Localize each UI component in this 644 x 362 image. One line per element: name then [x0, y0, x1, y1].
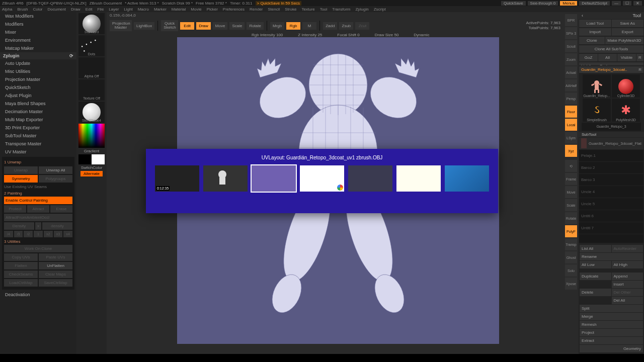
menu-item[interactable]: Marker	[154, 7, 167, 12]
menu-item[interactable]: Render	[250, 7, 263, 12]
quicksave-button[interactable]: QuickSave	[501, 1, 526, 6]
lsym-button[interactable]: LSym	[565, 132, 577, 144]
alt-tab-thumb[interactable]	[396, 165, 441, 192]
goz-r-button[interactable]: R	[636, 54, 643, 61]
bpr-button[interactable]: BPR	[565, 14, 577, 26]
density-div2[interactable]: /2	[24, 231, 33, 237]
merge-button[interactable]: Merge	[580, 313, 643, 320]
zplugin-header[interactable]: Zplugin⟳	[0, 52, 76, 59]
aahalf-button[interactable]: AAHalf	[565, 79, 577, 92]
polyf-button[interactable]: PolyF	[565, 225, 577, 237]
export-button[interactable]: Export	[612, 28, 644, 36]
erase-button[interactable]: Erase	[50, 205, 72, 213]
checkseams-button[interactable]: CheckSeams	[4, 270, 38, 278]
deactivation-item[interactable]: Deactivation	[0, 291, 76, 299]
copy-uvs-button[interactable]: Copy UVs	[4, 253, 38, 261]
menu-item[interactable]: Stroke	[285, 7, 296, 12]
lightbox-tools-button[interactable]: Lightbox › Tools	[579, 62, 643, 65]
scroll-button[interactable]: Scroll	[565, 40, 577, 52]
plugin-item[interactable]: 3D Print Exporter	[0, 124, 76, 132]
subtool-row[interactable]: Guardin_Retopo_3dcoat_Flat	[579, 138, 643, 150]
goz-visible-button[interactable]: Visible	[617, 54, 636, 61]
make-polymesh-button[interactable]: Make PolyMesh3D	[605, 37, 643, 44]
rgb-intensity-slider[interactable]: Rgb Intensity 100	[252, 33, 283, 37]
menu-item[interactable]: Zscript	[374, 7, 386, 12]
swatches[interactable]	[78, 154, 105, 164]
list-all-button[interactable]: List All	[580, 245, 611, 252]
density-button[interactable]: Density	[4, 222, 34, 230]
left-item[interactable]: Modifiers	[0, 20, 76, 28]
attract-ambient-button[interactable]: AttractFromAmbientOccl	[4, 214, 72, 221]
left-item[interactable]: Environment	[0, 36, 76, 44]
collapse-icon[interactable]: ⟳	[69, 53, 73, 58]
vscale-button[interactable]: Scale	[565, 199, 577, 211]
subtool-header[interactable]: SubTool	[579, 132, 644, 137]
insert-button[interactable]: Insert	[612, 281, 643, 288]
extract-button[interactable]: Extract	[580, 337, 643, 344]
all-high-button[interactable]: All High	[612, 261, 643, 268]
swatch-black[interactable]	[78, 154, 92, 164]
menu-item[interactable]: Layer	[109, 7, 119, 12]
zoom-button[interactable]: Zoom	[565, 53, 577, 65]
menu-item[interactable]: Stencil	[268, 7, 280, 12]
plugin-item[interactable]: Maya Blend Shapes	[0, 100, 76, 108]
menu-item[interactable]: Transform	[332, 7, 350, 12]
density-div4[interactable]: /4	[4, 231, 13, 237]
spix-button[interactable]: SPix 3	[565, 27, 577, 39]
del-all-button[interactable]: Del All	[612, 297, 643, 304]
density-x4[interactable]: x4	[63, 231, 72, 237]
density-value[interactable]: density	[42, 222, 72, 230]
window-max-icon[interactable]: ☐	[623, 1, 631, 6]
remesh-button[interactable]: Remesh	[580, 321, 643, 328]
menus-button[interactable]: Menus	[560, 1, 577, 6]
delete-button[interactable]: Delete	[580, 289, 611, 296]
window-close-icon[interactable]: ✕	[633, 1, 642, 6]
plugin-item[interactable]: Misc Utilities	[0, 67, 76, 75]
geometry-header[interactable]: Geometry	[580, 345, 643, 352]
left-item[interactable]: Matcap Maker	[0, 44, 76, 52]
all-low-button[interactable]: All Low	[580, 261, 611, 268]
menu-item[interactable]: Picker	[207, 7, 218, 12]
autoreorder-button[interactable]: AutoReorder	[612, 245, 643, 252]
plugin-item[interactable]: Projection Master	[0, 75, 76, 83]
menu-item[interactable]: Texture	[301, 7, 314, 12]
menu-item[interactable]: Material	[172, 7, 186, 12]
tool-item[interactable]: ઽSimpleBrush	[583, 99, 611, 122]
plugin-item[interactable]: Multi Map Exporter	[0, 116, 76, 124]
local-button[interactable]: Local	[565, 119, 577, 131]
draw-button[interactable]: Draw	[196, 22, 211, 30]
use-existing-seams[interactable]: Use Existing UV Seams	[4, 184, 72, 190]
rgb-button[interactable]: Rgb	[286, 22, 300, 30]
plugin-item[interactable]: QuickSketch	[0, 83, 76, 92]
density-x2[interactable]: x2	[44, 231, 53, 237]
xpose-button[interactable]: Xpose	[565, 278, 577, 290]
menu-item[interactable]: Document	[48, 7, 66, 12]
density-x3[interactable]: x3	[54, 231, 63, 237]
import-button[interactable]: Import	[579, 28, 611, 36]
tool-item[interactable]: Guardin_Retop...	[583, 74, 611, 98]
menu-item[interactable]: Brush	[17, 7, 28, 12]
menu-item[interactable]: Zplugin	[355, 7, 368, 12]
menu-item[interactable]: Macro	[138, 7, 149, 12]
zsub-button[interactable]: Zsub	[339, 22, 353, 30]
color-picker[interactable]	[78, 124, 105, 148]
default-zscript[interactable]: DefaultZScript	[579, 1, 610, 6]
clone-button[interactable]: Clone	[579, 37, 605, 44]
paste-uvs-button[interactable]: Paste UVs	[39, 253, 72, 261]
subtool-row[interactable]: Barco 3	[579, 174, 643, 186]
goz-all-button[interactable]: All	[598, 54, 617, 61]
flatten-button[interactable]: Flatten	[4, 262, 38, 269]
brush-slot[interactable]: Standard	[78, 13, 105, 34]
scale-button[interactable]: Scale	[229, 22, 245, 30]
plugin-item[interactable]: Transpose Master	[0, 140, 76, 148]
alpha-slot[interactable]: Alpha Off	[78, 57, 105, 78]
texture-slot[interactable]: Texture Off	[78, 79, 105, 101]
menu-item[interactable]: Movie	[191, 7, 201, 12]
unwrap-button[interactable]: Unwrap	[4, 166, 38, 174]
menu-item[interactable]: Preferences	[223, 7, 245, 12]
menu-item[interactable]: Light	[124, 7, 132, 12]
cam-rotate-icon[interactable]: ⟲	[565, 160, 577, 172]
subtool-row[interactable]: Pelaje.1	[579, 150, 643, 162]
current-tool-name[interactable]: Guardin_Retopo_3dcoat.. R	[579, 66, 643, 73]
work-on-clone-button[interactable]: Work On Clone	[4, 245, 72, 252]
